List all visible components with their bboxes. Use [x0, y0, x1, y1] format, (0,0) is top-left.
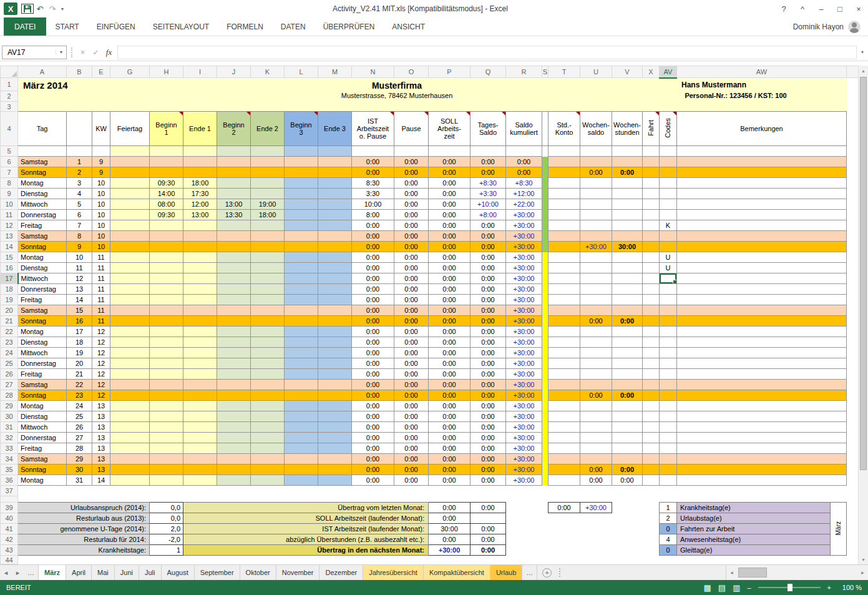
cell-code[interactable]: U [660, 252, 677, 263]
summary-mid-value2[interactable]: 0:00 [471, 534, 506, 545]
cell-beginn3[interactable] [285, 178, 318, 189]
cell-wochen-saldo[interactable] [580, 189, 612, 199]
col-header-partial[interactable] [847, 66, 859, 78]
cell-kw[interactable]: 11 [92, 252, 110, 263]
cell-feiertag[interactable] [110, 465, 150, 475]
cell-kw[interactable]: 11 [92, 316, 110, 327]
sheet-title-band[interactable]: Musterstrasse, 78462 MusterhausenPersona… [18, 91, 847, 102]
cell-feiertag[interactable] [110, 284, 150, 295]
cell-beginn1[interactable] [150, 220, 183, 231]
ribbon-tab-berprfen[interactable]: ÜBERPRÜFEN [315, 17, 384, 36]
cell-std-konto[interactable] [549, 380, 580, 390]
cell-ende3[interactable] [318, 231, 352, 242]
cell-code[interactable] [660, 231, 677, 242]
cell-code[interactable] [660, 327, 677, 337]
cell-beginn3[interactable] [285, 465, 318, 475]
cell-code[interactable] [660, 443, 677, 454]
cell-saldo-kumuliert[interactable]: +30:00 [506, 369, 542, 380]
row-header[interactable]: 15 [1, 252, 18, 263]
cell-fahrt[interactable] [643, 220, 660, 231]
header-saldo-indicator[interactable] [542, 112, 549, 146]
cell-std-konto[interactable] [549, 443, 580, 454]
cell-tages-saldo[interactable]: 0:00 [471, 220, 506, 231]
horizontal-scroll-track[interactable] [737, 565, 857, 580]
cell-kw[interactable]: 11 [92, 263, 110, 273]
cell-ende3[interactable] [318, 220, 352, 231]
cell-ende1[interactable] [183, 327, 217, 337]
col-header-m[interactable]: M [318, 66, 352, 78]
cell-soll[interactable]: 0:00 [429, 443, 471, 454]
cell-beginn2[interactable] [217, 390, 251, 401]
cell-pause[interactable]: 0:00 [394, 390, 429, 401]
cell-beginn1[interactable] [150, 443, 183, 454]
cell-day[interactable]: Dienstag [18, 411, 67, 422]
cell-ende1[interactable] [183, 475, 217, 486]
cell-day[interactable]: Donnerstag [18, 284, 67, 295]
cell-beginn1[interactable] [150, 157, 183, 167]
cell-kw[interactable]: 11 [92, 295, 110, 305]
cell-pause[interactable]: 0:00 [394, 358, 429, 369]
cell-kw[interactable]: 14 [92, 475, 110, 486]
cell-beginn1[interactable] [150, 231, 183, 242]
cell-soll[interactable]: 0:00 [429, 369, 471, 380]
cell-date[interactable]: 21 [67, 369, 92, 380]
cell-wochen-stunden[interactable] [612, 305, 643, 316]
cell-bemerkungen[interactable] [677, 422, 847, 433]
cell-soll[interactable]: 0:00 [429, 231, 471, 242]
row-header[interactable]: 1 [1, 78, 18, 91]
cell-code[interactable]: K [660, 220, 677, 231]
cell-ende3[interactable] [318, 348, 352, 358]
row-header[interactable]: 9 [1, 189, 18, 199]
cell-fahrt[interactable] [643, 443, 660, 454]
sheet-nav-right-icon[interactable]: ▸ [12, 565, 24, 580]
cell-beginn3[interactable] [285, 454, 318, 465]
cell-fahrt[interactable] [643, 167, 660, 178]
cell-bemerkungen[interactable] [677, 189, 847, 199]
sheet-tab-urlaub[interactable]: Urlaub [490, 565, 522, 580]
cell-beginn3[interactable] [285, 167, 318, 178]
header-ist[interactable]: IST Arbeitszeit o. Pause [352, 112, 394, 146]
cell-feiertag[interactable] [110, 380, 150, 390]
cell-beginn1[interactable] [150, 252, 183, 263]
legend-label[interactable]: Krankheitstag(e) [677, 503, 831, 513]
cell-code[interactable] [660, 411, 677, 422]
cell-beginn1[interactable] [150, 295, 183, 305]
cell-wochen-stunden[interactable] [612, 422, 643, 433]
cell-ende3[interactable] [318, 242, 352, 252]
cell-day[interactable]: Sonntag [18, 316, 67, 327]
cell-pause[interactable]: 0:00 [394, 273, 429, 284]
cell-ende2[interactable] [251, 390, 285, 401]
cell-std-konto[interactable] [549, 252, 580, 263]
cell-ende3[interactable] [318, 358, 352, 369]
ribbon-tab-formeln[interactable]: FORMELN [218, 17, 272, 36]
help-button[interactable]: ? [774, 1, 793, 16]
cell-beginn2[interactable]: 13:00 [217, 199, 251, 210]
cell-ist[interactable]: 0:00 [352, 295, 394, 305]
cell-day[interactable]: Dienstag [18, 337, 67, 348]
cell-day[interactable]: Samstag [18, 157, 67, 167]
cell-beginn3[interactable] [285, 242, 318, 252]
cell-tages-saldo[interactable]: 0:00 [471, 295, 506, 305]
row-header[interactable]: 39 [1, 503, 18, 513]
cell-wochen-saldo[interactable] [580, 305, 612, 316]
cell-date[interactable]: 7 [67, 220, 92, 231]
cell-ende1[interactable] [183, 220, 217, 231]
cell-ende2[interactable] [251, 348, 285, 358]
cell-bemerkungen[interactable] [677, 369, 847, 380]
summary-mid-label[interactable]: Übertrag in den nächsten Monat: [183, 545, 429, 556]
row-header[interactable]: 2 [1, 91, 18, 102]
cell-ende1[interactable] [183, 443, 217, 454]
cell-soll[interactable]: 0:00 [429, 422, 471, 433]
cell-ist[interactable]: 0:00 [352, 433, 394, 443]
cell-wochen-stunden[interactable] [612, 263, 643, 273]
row-header[interactable]: 31 [1, 422, 18, 433]
cell-std-konto[interactable] [549, 178, 580, 189]
cell-std-konto[interactable] [549, 422, 580, 433]
cell-date[interactable]: 29 [67, 454, 92, 465]
cell-bemerkungen[interactable] [677, 263, 847, 273]
cell-ende3[interactable] [318, 273, 352, 284]
row-header[interactable]: 3 [1, 102, 18, 112]
cell-beginn3[interactable] [285, 305, 318, 316]
cell-feiertag[interactable] [110, 411, 150, 422]
col-header-p[interactable]: P [429, 66, 471, 78]
